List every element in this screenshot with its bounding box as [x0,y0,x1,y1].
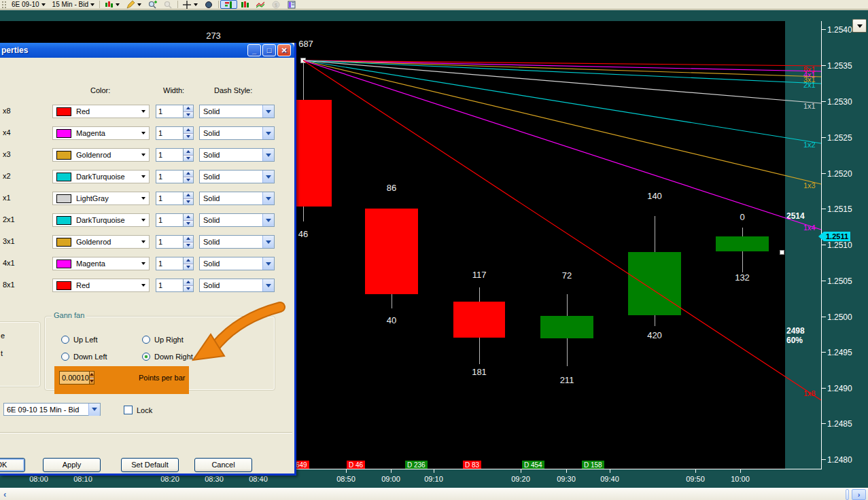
spin-down-icon[interactable] [184,220,193,227]
color-dropdown[interactable]: Goldenrod [52,235,150,249]
chevron-down-icon[interactable] [139,280,148,291]
dash-style-dropdown[interactable]: Solid [199,213,275,227]
line-chart-button[interactable] [253,0,268,9]
interval-selector[interactable]: 15 Min - Bid [49,0,98,9]
spin-down-icon[interactable] [90,378,94,385]
width-stepper[interactable]: 1 [156,235,194,249]
zoom-in-button[interactable] [145,0,160,9]
dash-style-dropdown[interactable]: Solid [199,257,275,270]
radio-circle[interactable] [61,336,69,344]
chevron-down-icon[interactable] [139,215,148,226]
chevron-down-icon[interactable] [139,171,148,182]
draw-tool-button[interactable] [123,0,145,9]
chevron-down-icon[interactable] [262,214,274,226]
color-dropdown[interactable]: Magenta [52,257,150,270]
chevron-down-icon[interactable] [262,236,274,248]
chevron-down-icon[interactable] [262,171,274,183]
spin-down-icon[interactable] [184,198,193,205]
cancel-button[interactable]: Cancel [194,458,252,472]
chevron-down-icon[interactable] [262,279,274,291]
gann-fan-origin-handle[interactable] [300,58,306,63]
toolbar-grip[interactable] [2,1,6,8]
width-stepper[interactable]: 1 [156,192,194,205]
set-default-button[interactable]: Set Default [121,458,179,472]
bars-chart-button[interactable] [237,0,253,9]
dash-style-dropdown[interactable]: Solid [199,192,275,205]
chevron-down-icon[interactable] [139,236,148,247]
color-dropdown[interactable]: DarkTurquoise [52,213,150,227]
radio-up-left[interactable]: Up Left [61,336,97,344]
ok-button[interactable]: OK [0,458,25,472]
radio-down-right[interactable]: Down Right [142,353,193,361]
color-dropdown[interactable]: DarkTurquoise [52,170,150,183]
maximize-button[interactable]: □ [262,44,276,56]
width-stepper[interactable]: 1 [156,126,194,140]
checkbox-box[interactable] [124,406,133,414]
close-button[interactable]: ✕ [277,44,291,56]
series-selector[interactable]: 6E 09-10 15 Min - Bid [3,403,101,416]
data-box-button[interactable] [201,0,217,9]
chevron-down-icon[interactable] [139,128,148,139]
scroll-left-icon[interactable]: ‹ [3,489,6,499]
scroll-right-button[interactable]: › [852,489,866,500]
spin-down-icon[interactable] [184,285,193,292]
color-dropdown[interactable]: Red [52,105,150,118]
chart-style-button[interactable] [101,0,123,9]
color-dropdown[interactable]: Magenta [52,126,150,140]
width-stepper[interactable]: 1 [156,148,194,162]
spin-up-icon[interactable] [184,192,193,198]
chart-panel-button[interactable] [220,0,237,9]
chevron-down-icon[interactable] [139,149,148,160]
dash-style-dropdown[interactable]: Solid [199,235,275,249]
panel-window-button[interactable] [284,0,300,9]
radio-circle[interactable] [142,336,150,344]
instrument-selector[interactable]: 6E 09-10 [8,0,49,9]
spin-down-icon[interactable] [184,177,193,183]
chevron-down-icon[interactable] [262,105,274,118]
chevron-down-icon[interactable] [139,193,148,204]
spin-up-icon[interactable] [184,214,193,220]
dollar-button[interactable]: $ [268,0,284,9]
spin-down-icon[interactable] [184,111,193,118]
radio-up-right[interactable]: Up Right [142,336,184,344]
scrollbar-divider[interactable] [846,489,849,500]
radio-circle[interactable] [61,353,69,361]
color-dropdown[interactable]: Red [52,279,150,292]
minimize-button[interactable]: _ [247,44,261,56]
dash-style-dropdown[interactable]: Solid [199,148,275,162]
chevron-down-icon[interactable] [262,257,274,270]
width-stepper[interactable]: 1 [156,170,194,183]
spin-down-icon[interactable] [184,242,193,249]
spin-down-icon[interactable] [184,264,193,270]
crosshair-button[interactable] [179,0,201,9]
chevron-down-icon[interactable] [262,127,274,139]
radio-circle[interactable] [142,353,150,361]
chevron-down-icon[interactable] [139,258,148,269]
apply-button[interactable]: Apply [43,458,101,472]
spin-down-icon[interactable] [184,155,193,162]
chevron-down-icon[interactable] [262,149,274,161]
dash-style-dropdown[interactable]: Solid [199,105,275,118]
spin-up-icon[interactable] [184,236,193,242]
color-dropdown[interactable]: Goldenrod [52,148,150,162]
chevron-down-icon[interactable] [262,192,274,204]
points-per-bar-stepper[interactable]: 0.00010 [59,371,94,385]
dialog-titlebar[interactable]: perties _ □ ✕ [0,43,294,58]
spin-up-icon[interactable] [184,171,193,177]
zoom-out-button[interactable] [160,0,176,9]
chevron-down-icon[interactable] [139,106,148,117]
chart-dropdown-button[interactable] [852,19,867,33]
spin-up-icon[interactable] [184,127,193,133]
dash-style-dropdown[interactable]: Solid [199,170,275,183]
spin-up-icon[interactable] [184,149,193,155]
spin-down-icon[interactable] [184,133,193,140]
spin-up-icon[interactable] [184,105,193,111]
width-stepper[interactable]: 1 [156,279,194,292]
radio-down-left[interactable]: Down Left [61,353,107,361]
width-stepper[interactable]: 1 [156,105,194,118]
width-stepper[interactable]: 1 [156,257,194,270]
color-dropdown[interactable]: LightGray [52,192,150,205]
width-stepper[interactable]: 1 [156,213,194,227]
gann-fan-end-handle[interactable] [780,250,784,255]
dash-style-dropdown[interactable]: Solid [199,126,275,140]
